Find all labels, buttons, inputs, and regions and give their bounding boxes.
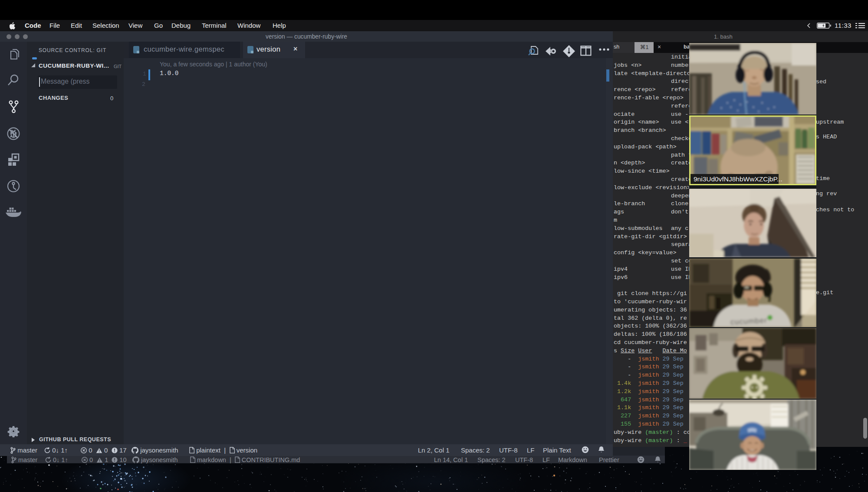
svg-text:9ni3Ud0vfNJ8hbWwXZCjbP...: 9ni3Ud0vfNJ8hbWwXZCjbP... [694, 175, 783, 183]
